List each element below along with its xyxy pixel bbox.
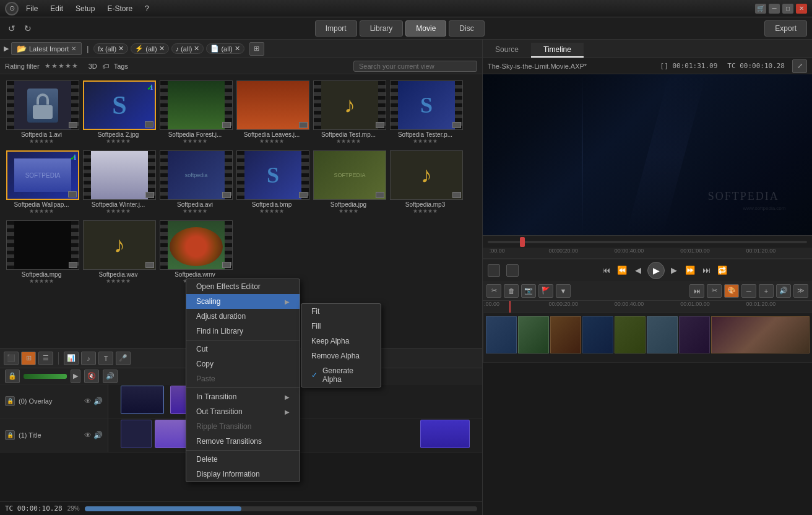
expand-arrow[interactable]: ▶ [4,45,9,53]
ctx-delete[interactable]: Delete [186,452,300,467]
rtl-extra[interactable]: ≫ [793,284,808,298]
rtl-cut2[interactable]: ✂ [707,284,722,298]
tab-timeline[interactable]: Timeline [531,43,584,58]
tl-btn-mic[interactable]: 🎤 [116,352,131,365]
tab-library[interactable]: Library [360,20,404,37]
rtl-expand[interactable]: ▼ [556,284,571,298]
track-overlay-lock[interactable]: 🔒 [5,396,15,406]
menu-estore[interactable]: E-Store [105,3,135,14]
ctx-adjust-dur[interactable]: Adjust duration [186,309,300,324]
ctx-remove-trans[interactable]: Remove Transitions [186,434,300,449]
play-pause-btn[interactable]: ▶ [647,262,665,279]
lock-all-btn[interactable]: 🔒 [5,370,20,383]
menu-file[interactable]: File [24,3,40,14]
filter-media-close[interactable]: ✕ [235,45,240,53]
vid-thumb-5[interactable] [615,316,646,353]
sub-remove-alpha[interactable]: Remove Alpha [301,348,381,363]
vid-thumb-4[interactable] [582,316,613,353]
vid-thumb-3[interactable] [550,316,581,353]
next-frame-btn[interactable]: ⏩ [683,264,697,277]
tl-btn-1[interactable]: ⬛ [4,352,19,365]
title-vol-icon[interactable]: 🔊 [93,431,103,439]
volume-bar[interactable] [24,374,67,379]
filter-fx-close[interactable]: ✕ [118,45,124,53]
maximize-button[interactable]: □ [782,4,793,14]
ctx-copy[interactable]: Copy [186,357,300,371]
vid-thumb-7[interactable] [679,316,710,353]
media-item-9[interactable]: softpedia Softpedia.avi ★★★★★ [158,149,231,215]
title-seg-end[interactable] [420,420,470,448]
vid-thumb-2[interactable] [518,316,549,353]
media-item-3[interactable]: Softpedia Forest.j... ★★★★★ [158,79,231,145]
rtl-vol2[interactable]: 🔊 [776,284,791,298]
tl-btn-grid[interactable]: ⊞ [21,352,36,365]
rtl-minus[interactable]: ─ [741,284,756,298]
media-item-10[interactable]: S Softpedia.bmp ★★★★★ [235,149,308,215]
go-end-btn[interactable]: ⏭ [699,264,713,277]
preview-scrub-bar[interactable] [488,241,807,243]
track-title-lock[interactable]: 🔒 [5,430,15,440]
library-tab[interactable]: 📂 Latest Import ✕ [11,42,82,55]
scroll-bar-bottom[interactable] [85,506,477,511]
loop-btn[interactable]: 🔁 [715,264,729,277]
menu-setup[interactable]: Setup [73,3,97,14]
media-item-5[interactable]: ♪ Softpedia Test.mp... ★★★★★ [312,79,385,145]
undo-button[interactable]: ↺ [5,22,19,35]
media-item-11[interactable]: SOFTPEDIA Softpedia.jpg ★★★★ [312,149,385,215]
tl-btn-music[interactable]: ♪ [81,352,96,365]
cart-button[interactable]: 🛒 [755,4,766,14]
ctx-open-effects[interactable]: Open Effects Editor [186,279,300,294]
sub-fit[interactable]: Fit [301,304,381,319]
search-input[interactable] [353,61,477,72]
filter-fx[interactable]: fx (all) ✕ [93,43,128,54]
ctx-in-trans[interactable]: In Transition ▶ [186,389,300,404]
filter-trans-close[interactable]: ✕ [159,45,165,53]
rtl-color[interactable]: 🎨 [724,284,739,298]
overlay-eye-icon[interactable]: 👁 [84,397,92,405]
sub-fill[interactable]: Fill [301,319,381,334]
menu-help[interactable]: ? [142,3,152,14]
ctx-display-info[interactable]: Display Information [186,467,300,482]
media-item-15[interactable]: Softpedia.wmv ★★★★★ [158,219,231,285]
step-fwd-btn[interactable]: ▶ [667,264,681,277]
title-eye-icon[interactable]: 👁 [84,431,92,439]
tl-btn-list[interactable]: ☰ [38,352,53,365]
ctx-scaling[interactable]: Scaling ▶ Fit Fill Keep Alpha Remove Alp… [186,294,300,309]
sub-gen-alpha[interactable]: ✓ Generate Alpha [301,363,381,387]
overlay-seg-1[interactable] [121,386,164,414]
media-item-13[interactable]: Softpedia.mpg ★★★★★ [5,219,78,285]
filter-audio-close[interactable]: ✕ [194,45,199,53]
tab-export[interactable]: Export [764,20,807,37]
vol-expand[interactable]: ▶ [71,370,80,383]
rtl-scissors[interactable]: ✂ [486,284,501,298]
tl-btn-graph[interactable]: 📊 [64,352,79,365]
filter-extra[interactable]: ⊞ [249,42,264,56]
media-item-12[interactable]: ♪ Softpedia.mp3 ★★★★★ [389,149,462,215]
prev-frame-btn[interactable]: ⏪ [615,264,629,277]
vid-thumb-6[interactable] [647,316,678,353]
tab-source[interactable]: Source [483,43,531,58]
rtl-flag[interactable]: 🚩 [538,284,553,298]
media-item-6[interactable]: S Softpedia Tester.p... ★★★★★ [389,79,462,145]
overlay-vol-icon[interactable]: 🔊 [93,397,103,405]
media-item-1[interactable]: Softpedia 1.avi ★★★★★ [5,79,78,145]
rtl-plus[interactable]: + [759,284,774,298]
vid-thumb-end[interactable] [711,316,810,353]
sub-keep-alpha[interactable]: Keep Alpha [301,334,381,348]
preview-vol-toggle[interactable] [506,264,519,277]
step-back-btn[interactable]: ◀ [631,264,645,277]
tl-btn-text[interactable]: T [98,352,113,365]
rating-stars[interactable]: ★★★★★ [45,62,79,70]
media-item-4[interactable]: Softpedia Leaves.j... ★★★★★ [235,79,308,145]
close-button[interactable]: ✕ [796,4,807,14]
vol-speaker[interactable]: 🔊 [103,370,118,383]
rtl-camera[interactable]: 📷 [521,284,536,298]
preview-expand-btn[interactable]: ⤢ [792,59,807,73]
filter-audio[interactable]: ♪ (all) ✕ [171,43,204,54]
minimize-button[interactable]: ─ [769,4,780,14]
media-item-14[interactable]: ♪ Softpedia.wav ★★★★★ [82,219,155,285]
redo-button[interactable]: ↻ [21,22,35,35]
media-item-2[interactable]: S ✓ ℹ Softpedia 2.jpg ★★★★★ [82,79,155,145]
filter-media[interactable]: 📄 (all) ✕ [206,43,244,54]
vol-mute[interactable]: 🔇 [84,370,99,383]
